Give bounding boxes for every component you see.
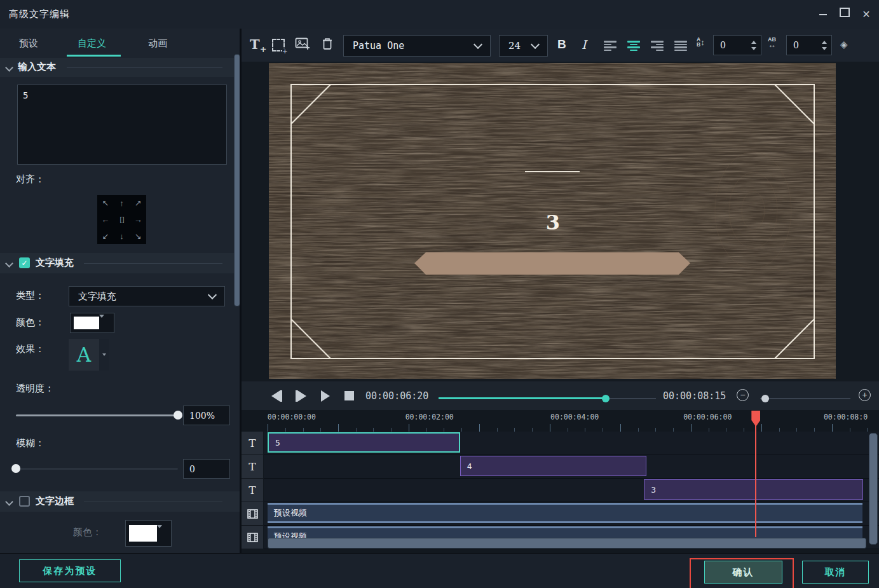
border-color-picker[interactable] [125,520,172,547]
font-size-select[interactable]: 24 [499,35,548,57]
align-justify-icon[interactable] [674,41,687,51]
timeline-clip[interactable]: 预设视频 [268,503,862,523]
zoom-handle[interactable] [761,395,769,402]
chevron-down-icon [208,291,217,299]
timeline-track[interactable]: 5 [264,432,879,455]
preview-overlay-number[interactable]: 3 [542,210,564,235]
timeline-clip[interactable]: 5 [268,432,460,453]
timeline-clip[interactable]: 3 [644,479,863,500]
timeline-horizontal-scrollbar[interactable] [268,538,866,549]
maximize-button[interactable] [838,4,852,18]
ruler-tick [761,424,762,432]
next-frame-button[interactable] [296,390,306,404]
keyframe-diamond-icon[interactable]: ◈ [840,39,848,50]
align-center-icon[interactable] [627,41,640,51]
timeline-track[interactable]: 4 [264,455,879,479]
zoom-out-button[interactable]: − [737,389,749,401]
timeline-clip[interactable]: 4 [460,456,646,476]
align-bottom-left-icon[interactable]: ↙ [97,228,114,244]
title-bar: 高级文字编辑 ✕ [0,0,879,29]
fill-effect-picker[interactable]: A [69,339,109,371]
section-title: 文字边框 [36,495,74,507]
align-bottom-right-icon[interactable]: ↘ [130,228,146,244]
text-border-section-header[interactable]: 文字边框 [0,491,240,512]
stop-button[interactable] [344,390,354,402]
track-header[interactable]: T [242,479,263,502]
previous-frame-button[interactable] [271,390,282,404]
slider-handle[interactable] [174,411,182,420]
video-canvas[interactable]: 3 [269,63,836,379]
align-label: 对齐： [16,174,44,186]
minimize-button[interactable] [816,8,830,22]
align-top-right-icon[interactable]: ↗ [130,195,146,212]
add-image-icon[interactable] [295,37,310,51]
align-right-icon[interactable] [651,41,664,51]
letter-spacing-input[interactable]: 0 [786,35,832,55]
fill-type-value: 文字填充 [69,291,209,303]
opacity-value[interactable]: 100% [183,406,230,425]
clip-label: 5 [269,438,280,448]
dropdown-arrow-icon [102,353,106,356]
spinner-arrows[interactable] [751,41,761,50]
delete-icon[interactable] [322,38,333,50]
spinner-arrows[interactable] [822,41,831,50]
letter-spacing-value: 0 [787,40,822,50]
bold-button[interactable]: B [557,38,566,51]
input-text-section-header[interactable]: 输入文本 [0,58,240,77]
text-fill-checkbox[interactable]: ✓ [19,257,30,268]
align-center-icon[interactable]: [ ] [114,212,130,228]
timeline-ruler[interactable]: 00:00:00:0000:00:02:0000:00:04:0000:00:0… [264,410,879,432]
chevron-down-icon [474,40,482,49]
tab-animation[interactable]: 动画 [148,38,167,50]
align-bottom-icon[interactable]: ↓ [114,228,130,244]
align-left-icon[interactable]: ← [97,212,114,228]
italic-button[interactable]: I [582,38,587,51]
ruler-tick [409,424,409,432]
blur-slider[interactable] [16,464,178,473]
tab-preset[interactable]: 预设 [19,38,38,50]
fill-color-picker[interactable] [70,313,114,333]
ruler-label: 00:00:02:00 [405,413,454,421]
letter-spacing-icon: AB ↔ [768,37,776,48]
text-border-checkbox[interactable] [19,496,30,507]
play-button[interactable] [321,390,330,404]
tab-custom[interactable]: 自定义 [78,38,106,50]
blur-label: 模糊： [16,437,44,449]
close-button[interactable]: ✕ [859,8,873,22]
confirm-button[interactable]: 确认 [704,561,782,584]
align-top-left-icon[interactable]: ↖ [97,195,114,212]
track-header[interactable]: T [242,432,263,455]
fill-type-select[interactable]: 文字填充 [69,286,225,306]
text-input[interactable]: 5 [17,85,227,165]
add-text-icon[interactable]: T+ [250,36,267,54]
track-header[interactable] [242,526,263,549]
line-spacing-input[interactable]: 0 [713,35,761,55]
timeline-track[interactable]: 预设视频 [264,502,879,526]
preview-area: 3 [242,62,879,381]
cancel-button[interactable]: 取消 [802,561,869,584]
track-header[interactable]: T [242,455,263,479]
timeline-track[interactable]: 3 [264,479,879,502]
text-fill-section-header[interactable]: ✓ 文字填充 [0,253,240,273]
add-textbox-icon[interactable]: + [272,39,285,51]
save-preset-button[interactable]: 保存为预设 [19,559,121,582]
align-top-icon[interactable]: ↑ [114,195,130,212]
left-panel: 预设 自定义 动画 输入文本 5 对齐： ↖ ↑ ↗ ← [ ] → ↙ ↓ ↘… [0,29,240,553]
playback-progress-slider[interactable] [439,395,656,402]
font-family-select[interactable]: Patua One [343,35,491,57]
text-track-icon: T [249,484,256,496]
align-left-icon[interactable] [604,41,617,51]
timeline-vertical-scrollbar[interactable] [869,433,878,545]
timeline-zoom-slider[interactable] [760,395,850,402]
divider [84,502,222,502]
zoom-in-button[interactable]: + [859,389,871,401]
blur-value[interactable]: 0 [183,459,230,479]
text-track-icon: T [249,437,256,449]
track-header[interactable] [242,502,263,526]
text-track-icon: T [249,460,256,473]
align-right-icon[interactable]: → [130,212,146,228]
slider-handle[interactable] [11,464,20,473]
progress-handle[interactable] [602,395,610,402]
clip-label: 3 [644,485,656,495]
opacity-slider[interactable] [16,411,178,420]
